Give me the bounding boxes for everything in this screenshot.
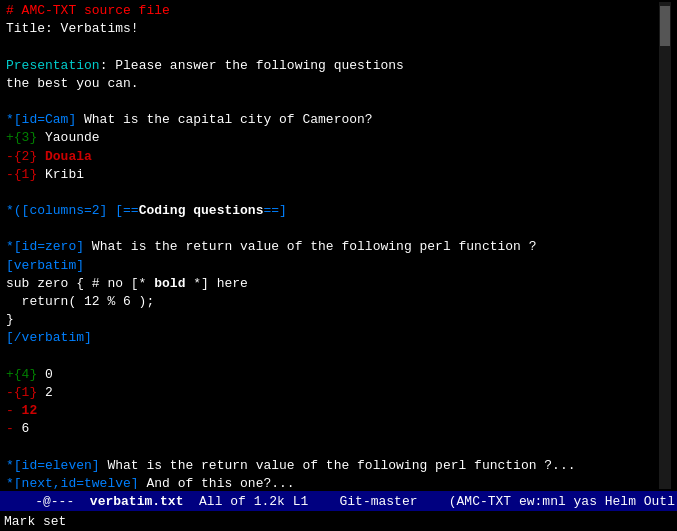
line: - 12: [6, 402, 659, 420]
line: Title: Verbatims!: [6, 20, 659, 38]
line: [/verbatim]: [6, 329, 659, 347]
line: [6, 348, 659, 366]
line: return( 12 % 6 );: [6, 293, 659, 311]
line-content: # AMC-TXT source fileTitle: Verbatims! P…: [6, 2, 659, 489]
line: [6, 184, 659, 202]
line: - 6: [6, 420, 659, 438]
status-stats: [183, 494, 199, 509]
line: [verbatim]: [6, 257, 659, 275]
line: -{2} Douala: [6, 148, 659, 166]
line: [6, 38, 659, 56]
status-right-info: (AMC-TXT ew:mnl yas Helm Outl FlyC-: [449, 494, 677, 509]
line: -{1} 2: [6, 384, 659, 402]
line: *[id=Cam] What is the capital city of Ca…: [6, 111, 659, 129]
status-branch: [308, 494, 339, 509]
line: [6, 93, 659, 111]
line: +{4} 0: [6, 366, 659, 384]
line: Presentation: Please answer the followin…: [6, 57, 659, 75]
status-filename: verbatim.txt: [90, 494, 184, 509]
scrollbar[interactable]: [659, 2, 671, 489]
line: the best you can.: [6, 75, 659, 93]
line: +{3} Yaounde: [6, 129, 659, 147]
editor-area: # AMC-TXT source fileTitle: Verbatims! P…: [0, 0, 677, 491]
line: *[id=zero] What is the return value of t…: [6, 238, 659, 256]
position-indicator: -@---: [35, 494, 90, 509]
line: # AMC-TXT source file: [6, 2, 659, 20]
line: [6, 439, 659, 457]
mode-bar: Mark set: [0, 511, 677, 531]
mode-text: Mark set: [4, 514, 66, 529]
line: [6, 220, 659, 238]
line: *[next,id=twelve] And of this one?...: [6, 475, 659, 489]
status-branch-text: Git-master: [340, 494, 418, 509]
scrollbar-thumb: [660, 6, 670, 46]
line: sub zero { # no [* bold *] here: [6, 275, 659, 293]
status-bar: -@--- verbatim.txt All of 1.2k L1 Git-ma…: [0, 491, 677, 511]
line: -{1} Kribi: [6, 166, 659, 184]
line: *([columns=2] [==Coding questions==]: [6, 202, 659, 220]
line: }: [6, 311, 659, 329]
status-stats-text: All of 1.2k L1: [199, 494, 308, 509]
line: *[id=eleven] What is the return value of…: [6, 457, 659, 475]
